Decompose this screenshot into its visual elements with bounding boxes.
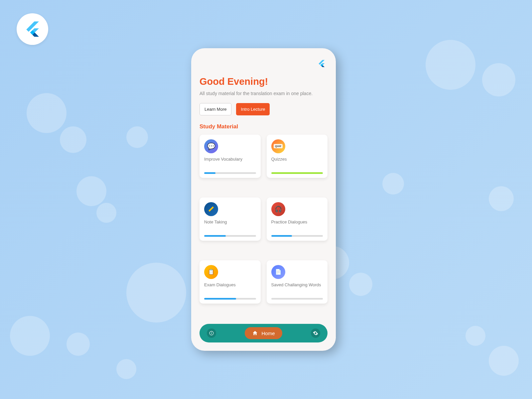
progress-bar (204, 172, 256, 174)
flutter-logo-small-icon (317, 59, 326, 68)
vocabulary-icon: 💬 (204, 139, 218, 153)
progress-bar (271, 298, 323, 300)
progress-fill (271, 172, 323, 174)
greeting-title: Good Evening! (200, 76, 328, 87)
note-icon (204, 202, 218, 216)
card-title: Saved Challanging Words (271, 282, 323, 295)
card-title: Exam Dialogues (204, 282, 256, 295)
intro-lecture-button[interactable]: Intro Lecture (236, 103, 270, 115)
card-practice-dialogues[interactable]: 🎧 Practice Dialogues (267, 198, 328, 241)
flutter-logo-icon (23, 20, 42, 38)
study-material-grid: 💬 Improve Vocabulary QUIZ Quizzes Note T… (200, 135, 328, 318)
greeting-subtitle: All study material for the translation e… (200, 90, 328, 97)
card-title: Practice Dialogues (271, 219, 323, 232)
card-saved-words[interactable]: 📄 Saved Challanging Words (267, 260, 328, 304)
flutter-badge (17, 13, 48, 45)
card-title: Quizzes (271, 157, 323, 170)
progress-bar (271, 235, 323, 237)
card-exam-dialogues[interactable]: 📋 Exam Dialogues (200, 260, 261, 304)
saved-icon: 📄 (271, 265, 285, 279)
info-icon[interactable] (207, 329, 216, 338)
svg-point-1 (211, 332, 212, 333)
home-icon (252, 330, 258, 336)
progress-bar (204, 298, 256, 300)
card-note-taking[interactable]: Note Taking (200, 198, 261, 241)
bottom-nav: Home (200, 324, 328, 342)
practice-icon: 🎧 (271, 202, 285, 216)
card-title: Improve Vocabulary (204, 157, 256, 170)
home-label: Home (261, 331, 275, 336)
phone-frame: Good Evening! All study material for the… (191, 48, 336, 351)
learn-more-button[interactable]: Learn More (200, 103, 231, 115)
home-nav-button[interactable]: Home (245, 327, 282, 339)
progress-fill (204, 235, 226, 237)
card-title: Note Taking (204, 219, 256, 232)
quiz-icon: QUIZ (271, 139, 285, 153)
card-improve-vocabulary[interactable]: 💬 Improve Vocabulary (200, 135, 261, 178)
section-title: Study Material (200, 123, 328, 130)
progress-fill (204, 172, 215, 174)
progress-fill (271, 235, 292, 237)
phone-header (200, 57, 328, 76)
exam-icon: 📋 (204, 265, 218, 279)
progress-bar (204, 235, 256, 237)
settings-icon[interactable] (311, 329, 320, 338)
progress-fill (204, 298, 236, 300)
svg-rect-2 (211, 333, 211, 334)
card-quizzes[interactable]: QUIZ Quizzes (267, 135, 328, 178)
progress-bar (271, 172, 323, 174)
